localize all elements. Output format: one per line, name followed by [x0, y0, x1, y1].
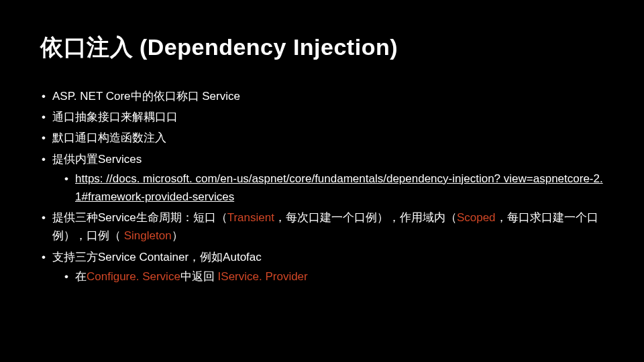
sub-item: https: //docs. microsoft. com/en-us/aspn… [52, 170, 604, 206]
text-fragment: ，每次口建一个口例），作用域内（ [274, 211, 457, 224]
bullet-item: 默口通口构造函数注入 [40, 129, 604, 147]
text-fragment: 在 [75, 270, 87, 283]
sub-list: https: //docs. microsoft. com/en-us/aspn… [52, 170, 604, 206]
bullet-list: ASP. NET Core中的依口称口 Service 通口抽象接口来解耦口口 … [40, 87, 604, 286]
text-fragment: 提供三种Service生命周期：短口（ [52, 211, 227, 224]
keyword-transient: Transient [227, 211, 274, 224]
bullet-text: 支持三方Service Container，例如Autofac [52, 251, 262, 263]
keyword-singleton: Singleton [124, 229, 172, 242]
text-fragment: 中返回 [180, 270, 218, 283]
bullet-item: 提供内置Services https: //docs. microsoft. c… [40, 150, 604, 206]
keyword-scoped: Scoped [457, 211, 496, 224]
bullet-item: 支持三方Service Container，例如Autofac 在Configu… [40, 248, 604, 286]
bullet-item: 提供三种Service生命周期：短口（Transient，每次口建一个口例），作… [40, 208, 604, 245]
sub-list: 在Configure. Service中返回 IService. Provide… [52, 267, 604, 286]
keyword-configure-service: Configure. Service [87, 270, 180, 283]
docs-link[interactable]: https: //docs. microsoft. com/en-us/aspn… [75, 172, 603, 203]
keyword-iservice-provider: IService. Provider [218, 270, 308, 283]
bullet-text: 提供内置Services [52, 153, 142, 166]
bullet-item: ASP. NET Core中的依口称口 Service [40, 87, 604, 105]
text-fragment: ） [172, 229, 183, 242]
slide-title: 依口注入 (Dependency Injection) [40, 32, 604, 63]
bullet-item: 通口抽象接口来解耦口口 [40, 108, 604, 126]
slide: 依口注入 (Dependency Injection) ASP. NET Cor… [0, 0, 644, 286]
sub-item: 在Configure. Service中返回 IService. Provide… [52, 267, 604, 286]
